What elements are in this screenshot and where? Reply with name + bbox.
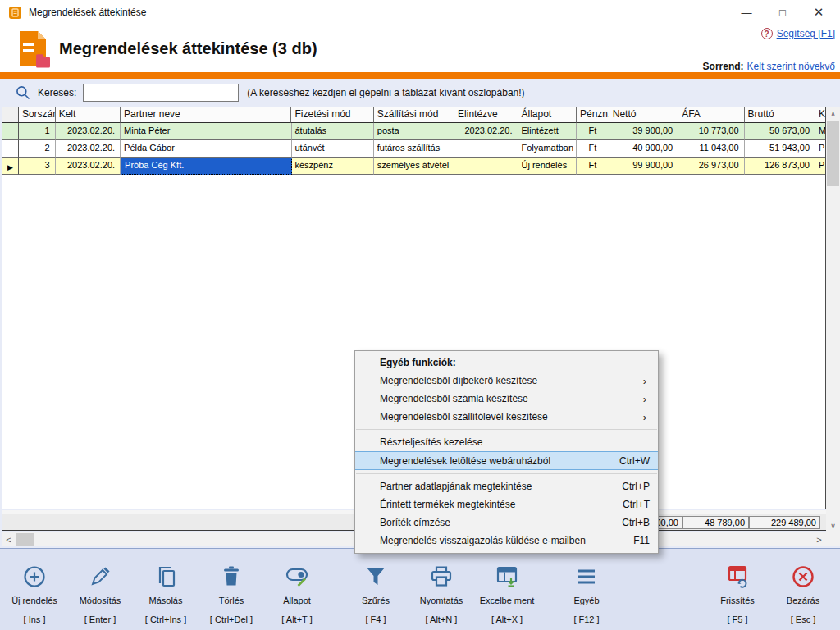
cell-elintezve[interactable] <box>454 158 518 175</box>
close-button[interactable]: ✕ <box>801 0 837 25</box>
table-header-row: Sorszám Kelt Partner neve Fizetési mód S… <box>2 107 825 123</box>
cell-kelt[interactable]: 2023.02.20. <box>56 123 121 140</box>
cell-clipped[interactable]: M <box>815 123 825 140</box>
cell-netto[interactable]: 39 900,00 <box>609 123 678 140</box>
col-sorszam[interactable]: Sorszám <box>19 107 56 123</box>
col-allapot[interactable]: Állapot <box>518 107 578 123</box>
cell-brutto[interactable]: 51 943,00 <box>745 140 815 158</box>
menu-item-webshop-download[interactable]: Megrendelések letöltése webáruházból Ctr… <box>355 451 658 470</box>
menu-item-erintett-termekek[interactable]: Érintett termékek megtekintése Ctrl+T <box>355 495 658 514</box>
menu-item-reszteljesites[interactable]: Részteljesítés kezelése <box>355 433 658 451</box>
print-button[interactable]: Nyomtatás [ Alt+N ] <box>409 549 474 630</box>
orders-document-icon <box>15 30 52 71</box>
cell-penzn[interactable]: Ft <box>577 140 609 158</box>
col-penzn[interactable]: Pénzn. <box>577 107 609 123</box>
cell-kelt[interactable]: 2023.02.20. <box>56 140 121 158</box>
export-excel-button[interactable]: Excelbe ment [ Alt+X ] <box>474 549 540 630</box>
cell-afa[interactable]: 11 043,00 <box>678 140 744 158</box>
status-button[interactable]: Állapot [ Alt+T ] <box>264 549 330 630</box>
cell-allapot[interactable]: Folyamatban <box>518 140 578 158</box>
scroll-left-icon[interactable]: < <box>2 532 16 546</box>
cell-fizetes[interactable]: utánvét <box>292 140 374 158</box>
cell-penzn[interactable]: Ft <box>577 158 609 175</box>
col-fizetesi-mod[interactable]: Fizetési mód <box>291 107 373 123</box>
search-label: Keresés: <box>38 87 76 98</box>
cell-szallitas[interactable]: futáros szállítás <box>374 140 454 158</box>
cell-partner[interactable]: Minta Péter <box>121 123 291 140</box>
table-row[interactable]: 2 2023.02.20. Példa Gábor utánvét futáro… <box>2 140 825 158</box>
title-bar: Megrendelések áttekintése — □ ✕ <box>0 0 840 25</box>
sort-order-link[interactable]: Kelt szerint növekvő <box>747 61 835 72</box>
row-gutter <box>2 123 19 140</box>
menu-item-partner-adatlap[interactable]: Partner adatlapjának megtekintése Ctrl+P <box>355 477 658 495</box>
cell-partner-selected[interactable]: Próba Cég Kft. <box>121 158 291 175</box>
cell-clipped[interactable]: P <box>815 140 825 158</box>
vertical-scroll-thumb[interactable] <box>827 121 839 186</box>
misc-button[interactable]: Egyéb [ F12 ] <box>554 549 619 630</box>
cell-allapot[interactable]: Elintézett <box>518 123 578 140</box>
toggle-edit-icon <box>284 564 310 590</box>
bottom-toolbar: Új rendelés [ Ins ] Módosítás [ Enter ] … <box>0 548 840 630</box>
col-szallitasi-mod[interactable]: Szállítási mód <box>374 107 454 123</box>
minimize-button[interactable]: — <box>728 0 765 25</box>
table-row[interactable]: 1 2023.02.20. Minta Péter átutalás posta… <box>2 123 825 140</box>
col-netto[interactable]: Nettó <box>609 107 678 123</box>
help-link[interactable]: Segítség [F1] <box>777 28 835 39</box>
scrollbar-corner <box>826 532 840 546</box>
col-brutto[interactable]: Bruttó <box>745 107 815 123</box>
menu-item-dijbekero[interactable]: Megrendelésből díjbekérő készítése › <box>355 372 658 390</box>
menu-item-visszaigazolas[interactable]: Megrendelés visszaigazolás küldése e-mai… <box>355 532 658 550</box>
horizontal-scroll-thumb[interactable] <box>16 533 34 546</box>
col-kelt[interactable]: Kelt <box>56 107 121 123</box>
scroll-down-icon[interactable]: ∨ <box>826 518 840 532</box>
page-header: Megrendelések áttekintése (3 db) ? Segít… <box>0 25 840 72</box>
close-circle-icon <box>790 564 816 590</box>
menu-lines-icon <box>573 564 600 590</box>
cell-elintezve[interactable]: 2023.02.20. <box>454 123 518 140</box>
total-brutto: 229 489,00 <box>749 516 820 529</box>
cell-sorszam[interactable]: 1 <box>19 123 56 140</box>
cell-clipped[interactable]: P <box>815 158 825 175</box>
cell-kelt[interactable]: 2023.02.20. <box>56 158 121 175</box>
cell-afa[interactable]: 10 773,00 <box>678 123 744 140</box>
maximize-button[interactable]: □ <box>765 0 801 25</box>
delete-button[interactable]: Törlés [ Ctrl+Del ] <box>199 549 264 630</box>
filter-button[interactable]: Szűrés [ F4 ] <box>343 549 409 630</box>
scroll-up-icon[interactable]: ∧ <box>826 107 840 121</box>
copy-button[interactable]: Másolás [ Ctrl+Ins ] <box>133 549 199 630</box>
cell-netto[interactable]: 40 900,00 <box>609 140 678 158</box>
col-elintezve[interactable]: Elintézve <box>454 107 518 123</box>
cell-fizetes[interactable]: készpénz <box>292 158 374 175</box>
menu-shortcut: Ctrl+B <box>622 517 650 528</box>
cell-afa[interactable]: 26 973,00 <box>678 158 744 175</box>
cell-partner[interactable]: Példa Gábor <box>121 140 291 158</box>
scroll-right-icon[interactable]: > <box>812 532 826 546</box>
cell-szallitas[interactable]: posta <box>374 123 454 140</box>
search-input[interactable] <box>83 84 239 102</box>
new-order-button[interactable]: Új rendelés [ Ins ] <box>2 549 67 630</box>
cell-sorszam[interactable]: 2 <box>19 140 56 158</box>
modify-button[interactable]: Módosítás [ Enter ] <box>67 549 133 630</box>
close-window-button[interactable]: Bezárás [ Esc ] <box>770 549 836 630</box>
accent-stripe <box>0 72 840 79</box>
cell-brutto[interactable]: 126 873,00 <box>745 158 815 175</box>
col-partner[interactable]: Partner neve <box>121 107 291 123</box>
cell-szallitas[interactable]: személyes átvétel <box>374 158 454 175</box>
table-row-selected[interactable]: ▶ 3 2023.02.20. Próba Cég Kft. készpénz … <box>2 158 825 175</box>
cell-elintezve[interactable] <box>454 140 518 158</box>
col-afa[interactable]: ÁFA <box>678 107 744 123</box>
cell-fizetes[interactable]: átutalás <box>292 123 374 140</box>
menu-item-boritek[interactable]: Boríték címzése Ctrl+B <box>355 514 658 532</box>
table-export-icon <box>494 564 520 590</box>
menu-item-szamla[interactable]: Megrendelésből számla készítése › <box>355 390 658 408</box>
menu-item-szallitolevel[interactable]: Megrendelésből szállítólevél készítése › <box>355 408 658 426</box>
cell-sorszam[interactable]: 3 <box>19 158 56 175</box>
col-clipped[interactable]: K <box>815 107 825 123</box>
cell-penzn[interactable]: Ft <box>577 123 609 140</box>
refresh-button[interactable]: Frissítés [ F5 ] <box>705 549 770 630</box>
menu-separator <box>356 429 657 430</box>
cell-allapot[interactable]: Új rendelés <box>518 158 578 175</box>
cell-brutto[interactable]: 50 673,00 <box>745 123 815 140</box>
cell-netto[interactable]: 99 900,00 <box>609 158 678 175</box>
vertical-scrollbar[interactable]: ∧ ∨ <box>826 107 840 532</box>
